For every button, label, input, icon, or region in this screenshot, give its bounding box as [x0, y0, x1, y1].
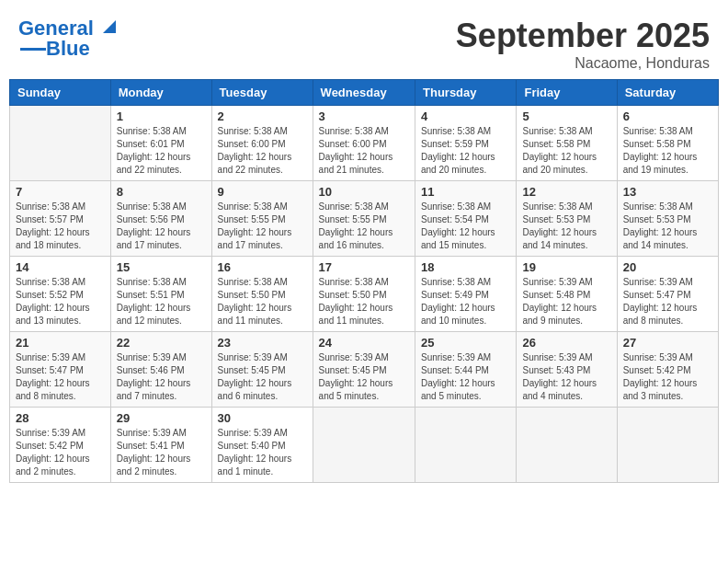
day-number: 7	[16, 185, 105, 199]
logo: General Blue	[18, 17, 116, 61]
location-subtitle: Nacaome, Honduras	[456, 55, 710, 72]
day-info: Sunrise: 5:39 AM Sunset: 5:40 PM Dayligh…	[218, 427, 307, 478]
calendar-day-cell: 14Sunrise: 5:38 AM Sunset: 5:52 PM Dayli…	[10, 257, 111, 332]
calendar-day-cell: 13Sunrise: 5:38 AM Sunset: 5:53 PM Dayli…	[617, 181, 718, 257]
day-info: Sunrise: 5:38 AM Sunset: 5:56 PM Dayligh…	[117, 201, 206, 252]
calendar-day-cell: 10Sunrise: 5:38 AM Sunset: 5:55 PM Dayli…	[313, 181, 415, 257]
day-number: 16	[218, 260, 307, 274]
day-info: Sunrise: 5:39 AM Sunset: 5:43 PM Dayligh…	[522, 351, 610, 403]
day-number: 13	[623, 185, 712, 199]
day-info: Sunrise: 5:38 AM Sunset: 6:00 PM Dayligh…	[319, 125, 409, 177]
calendar-day-cell: 8Sunrise: 5:38 AM Sunset: 5:56 PM Daylig…	[110, 181, 211, 257]
day-number: 4	[421, 109, 510, 123]
calendar-day-cell: 22Sunrise: 5:39 AM Sunset: 5:46 PM Dayli…	[110, 332, 211, 408]
calendar-day-cell: 16Sunrise: 5:38 AM Sunset: 5:50 PM Dayli…	[211, 257, 313, 332]
day-number: 24	[319, 336, 409, 350]
day-number: 17	[319, 260, 409, 274]
calendar-week-row: 1Sunrise: 5:38 AM Sunset: 6:01 PM Daylig…	[10, 106, 719, 181]
calendar-day-cell: 4Sunrise: 5:38 AM Sunset: 5:59 PM Daylig…	[415, 106, 517, 181]
svg-marker-0	[103, 20, 116, 33]
day-info: Sunrise: 5:38 AM Sunset: 5:53 PM Dayligh…	[522, 201, 610, 252]
calendar-day-cell: 27Sunrise: 5:39 AM Sunset: 5:42 PM Dayli…	[617, 332, 718, 408]
day-info: Sunrise: 5:38 AM Sunset: 5:54 PM Dayligh…	[421, 201, 510, 252]
day-info: Sunrise: 5:38 AM Sunset: 5:58 PM Dayligh…	[623, 125, 712, 177]
day-info: Sunrise: 5:39 AM Sunset: 5:41 PM Dayligh…	[117, 427, 206, 478]
day-number: 26	[522, 336, 610, 350]
calendar-day-cell: 2Sunrise: 5:38 AM Sunset: 6:00 PM Daylig…	[211, 106, 313, 181]
calendar-day-cell: 25Sunrise: 5:39 AM Sunset: 5:44 PM Dayli…	[415, 332, 517, 408]
day-info: Sunrise: 5:39 AM Sunset: 5:46 PM Dayligh…	[117, 351, 206, 403]
logo-text-blue: Blue	[46, 37, 90, 61]
calendar-day-cell	[313, 408, 415, 483]
day-info: Sunrise: 5:38 AM Sunset: 5:53 PM Dayligh…	[623, 201, 712, 252]
day-number: 1	[117, 109, 206, 123]
day-info: Sunrise: 5:39 AM Sunset: 5:42 PM Dayligh…	[623, 351, 712, 403]
day-number: 9	[218, 185, 307, 199]
calendar-day-cell: 23Sunrise: 5:39 AM Sunset: 5:45 PM Dayli…	[211, 332, 313, 408]
calendar-day-cell: 12Sunrise: 5:38 AM Sunset: 5:53 PM Dayli…	[517, 181, 617, 257]
day-number: 3	[319, 109, 409, 123]
day-number: 15	[117, 260, 206, 274]
calendar-week-row: 21Sunrise: 5:39 AM Sunset: 5:47 PM Dayli…	[10, 332, 719, 408]
day-number: 2	[218, 109, 307, 123]
calendar-day-cell: 17Sunrise: 5:38 AM Sunset: 5:50 PM Dayli…	[313, 257, 415, 332]
day-info: Sunrise: 5:39 AM Sunset: 5:42 PM Dayligh…	[16, 427, 105, 478]
calendar-week-row: 14Sunrise: 5:38 AM Sunset: 5:52 PM Dayli…	[10, 257, 719, 332]
day-number: 12	[522, 185, 610, 199]
calendar-day-cell: 28Sunrise: 5:39 AM Sunset: 5:42 PM Dayli…	[10, 408, 111, 483]
day-info: Sunrise: 5:38 AM Sunset: 5:52 PM Dayligh…	[16, 276, 105, 327]
calendar-day-cell: 30Sunrise: 5:39 AM Sunset: 5:40 PM Dayli…	[211, 408, 313, 483]
day-info: Sunrise: 5:38 AM Sunset: 5:58 PM Dayligh…	[522, 125, 610, 177]
day-of-week-header: Wednesday	[313, 80, 415, 106]
day-info: Sunrise: 5:39 AM Sunset: 5:47 PM Dayligh…	[16, 351, 105, 403]
calendar-day-cell: 24Sunrise: 5:39 AM Sunset: 5:45 PM Dayli…	[313, 332, 415, 408]
calendar-header-row: SundayMondayTuesdayWednesdayThursdayFrid…	[10, 80, 719, 106]
day-of-week-header: Monday	[110, 80, 211, 106]
day-number: 5	[522, 109, 610, 123]
day-info: Sunrise: 5:38 AM Sunset: 5:51 PM Dayligh…	[117, 276, 206, 327]
calendar-day-cell: 26Sunrise: 5:39 AM Sunset: 5:43 PM Dayli…	[517, 332, 617, 408]
day-info: Sunrise: 5:39 AM Sunset: 5:44 PM Dayligh…	[421, 351, 510, 403]
day-number: 25	[421, 336, 510, 350]
day-number: 22	[117, 336, 206, 350]
day-info: Sunrise: 5:38 AM Sunset: 5:59 PM Dayligh…	[421, 125, 510, 177]
day-number: 11	[421, 185, 510, 199]
calendar-week-row: 7Sunrise: 5:38 AM Sunset: 5:57 PM Daylig…	[10, 181, 719, 257]
page-header: General Blue September 2025 Nacaome, Hon…	[9, 9, 719, 72]
calendar-day-cell	[517, 408, 617, 483]
calendar-day-cell: 6Sunrise: 5:38 AM Sunset: 5:58 PM Daylig…	[617, 106, 718, 181]
day-info: Sunrise: 5:38 AM Sunset: 5:49 PM Dayligh…	[421, 276, 510, 327]
day-number: 20	[623, 260, 712, 274]
calendar-day-cell: 3Sunrise: 5:38 AM Sunset: 6:00 PM Daylig…	[313, 106, 415, 181]
day-info: Sunrise: 5:39 AM Sunset: 5:45 PM Dayligh…	[218, 351, 307, 403]
day-number: 29	[117, 411, 206, 425]
calendar-day-cell: 7Sunrise: 5:38 AM Sunset: 5:57 PM Daylig…	[10, 181, 111, 257]
calendar-table: SundayMondayTuesdayWednesdayThursdayFrid…	[9, 79, 719, 483]
calendar-day-cell: 1Sunrise: 5:38 AM Sunset: 6:01 PM Daylig…	[110, 106, 211, 181]
calendar-day-cell: 15Sunrise: 5:38 AM Sunset: 5:51 PM Dayli…	[110, 257, 211, 332]
day-number: 30	[218, 411, 307, 425]
day-of-week-header: Tuesday	[211, 80, 313, 106]
day-number: 23	[218, 336, 307, 350]
calendar-day-cell: 20Sunrise: 5:39 AM Sunset: 5:47 PM Dayli…	[617, 257, 718, 332]
day-number: 10	[319, 185, 409, 199]
calendar-day-cell: 21Sunrise: 5:39 AM Sunset: 5:47 PM Dayli…	[10, 332, 111, 408]
day-of-week-header: Thursday	[415, 80, 517, 106]
day-number: 14	[16, 260, 105, 274]
day-info: Sunrise: 5:39 AM Sunset: 5:45 PM Dayligh…	[319, 351, 409, 403]
calendar-day-cell	[10, 106, 111, 181]
day-info: Sunrise: 5:38 AM Sunset: 6:01 PM Dayligh…	[117, 125, 206, 177]
calendar-day-cell: 19Sunrise: 5:39 AM Sunset: 5:48 PM Dayli…	[517, 257, 617, 332]
calendar-day-cell	[617, 408, 718, 483]
day-number: 18	[421, 260, 510, 274]
calendar-day-cell: 29Sunrise: 5:39 AM Sunset: 5:41 PM Dayli…	[110, 408, 211, 483]
day-info: Sunrise: 5:38 AM Sunset: 5:50 PM Dayligh…	[319, 276, 409, 327]
day-info: Sunrise: 5:38 AM Sunset: 5:50 PM Dayligh…	[218, 276, 307, 327]
calendar-day-cell: 18Sunrise: 5:38 AM Sunset: 5:49 PM Dayli…	[415, 257, 517, 332]
calendar-day-cell	[415, 408, 517, 483]
day-of-week-header: Saturday	[617, 80, 718, 106]
day-info: Sunrise: 5:38 AM Sunset: 5:55 PM Dayligh…	[319, 201, 409, 252]
day-info: Sunrise: 5:39 AM Sunset: 5:47 PM Dayligh…	[623, 276, 712, 327]
day-of-week-header: Friday	[517, 80, 617, 106]
day-number: 19	[522, 260, 610, 274]
